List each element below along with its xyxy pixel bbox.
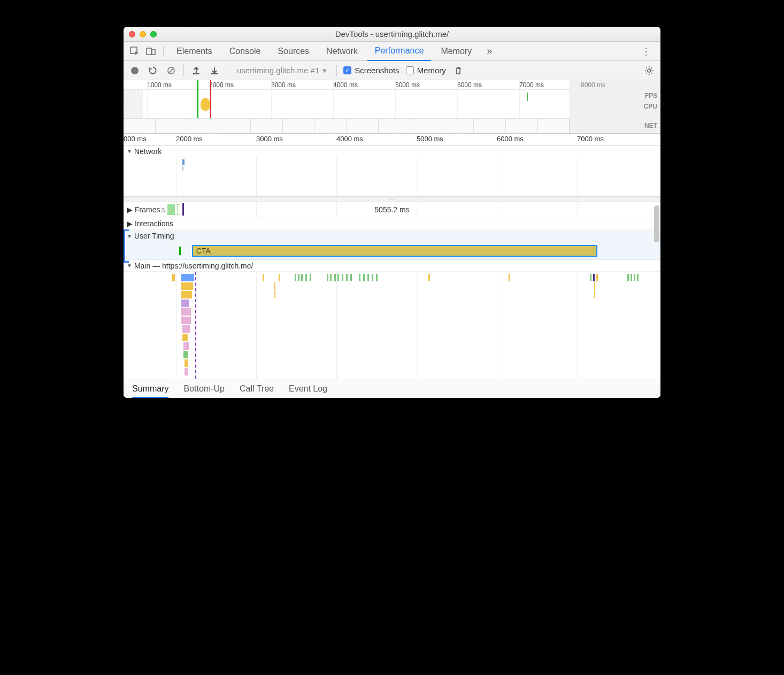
more-tabs-button[interactable]: » xyxy=(481,45,497,57)
flame-event[interactable] xyxy=(182,334,188,341)
flame-event[interactable] xyxy=(367,274,369,281)
tab-network[interactable]: Network xyxy=(319,42,365,61)
record-button[interactable] xyxy=(129,65,141,76)
flame-event[interactable] xyxy=(279,274,280,281)
memory-checkbox[interactable]: Memory xyxy=(406,66,446,75)
flame-event[interactable] xyxy=(337,274,339,281)
devtools-menu-icon[interactable]: ⋮ xyxy=(636,45,656,57)
flame-event[interactable] xyxy=(181,282,193,290)
device-toolbar-icon[interactable] xyxy=(144,44,158,58)
flame-event[interactable] xyxy=(263,274,264,281)
inspect-element-icon[interactable] xyxy=(128,44,142,58)
film-thumb[interactable] xyxy=(378,118,411,133)
flame-event[interactable] xyxy=(298,274,299,281)
flame-event[interactable] xyxy=(295,274,296,281)
flame-event[interactable] xyxy=(305,274,307,281)
flame-event[interactable] xyxy=(181,300,189,307)
main-thread-flamegraph[interactable] xyxy=(124,272,660,379)
film-thumb[interactable] xyxy=(346,118,379,133)
interactions-track[interactable]: ▶ Interactions xyxy=(124,217,660,230)
tab-performance[interactable]: Performance xyxy=(367,42,432,61)
film-thumb[interactable] xyxy=(314,118,347,133)
network-track-header[interactable]: ▼ Network xyxy=(124,145,660,157)
flame-event[interactable] xyxy=(428,274,430,281)
film-thumb[interactable] xyxy=(410,118,442,133)
flame-event[interactable] xyxy=(637,274,639,281)
film-thumb[interactable] xyxy=(505,118,538,133)
flame-event[interactable] xyxy=(181,274,194,281)
network-request-bar[interactable] xyxy=(182,166,183,171)
flame-event[interactable] xyxy=(183,342,189,350)
flame-event[interactable] xyxy=(596,274,598,281)
save-profile-button[interactable] xyxy=(209,65,220,76)
film-thumb[interactable] xyxy=(473,118,506,133)
flame-event[interactable] xyxy=(631,274,632,281)
tab-summary[interactable]: Summary xyxy=(132,379,168,398)
flame-event[interactable] xyxy=(593,274,595,281)
capture-settings-button[interactable] xyxy=(643,65,655,76)
tab-bottom-up[interactable]: Bottom-Up xyxy=(183,379,224,398)
flame-event[interactable] xyxy=(634,274,635,281)
clear-button[interactable] xyxy=(165,65,177,76)
flame-event[interactable] xyxy=(183,351,188,358)
flame-event[interactable] xyxy=(594,291,595,298)
flame-event[interactable] xyxy=(590,274,591,281)
flame-event[interactable] xyxy=(327,274,328,281)
user-timing-cta-bar[interactable]: CTA xyxy=(192,245,597,257)
film-thumb[interactable] xyxy=(124,118,156,133)
flame-event[interactable] xyxy=(274,282,275,290)
tab-sources[interactable]: Sources xyxy=(270,42,317,61)
film-thumb[interactable] xyxy=(282,118,315,133)
flame-event[interactable] xyxy=(310,274,311,281)
frame-bar[interactable] xyxy=(177,204,180,215)
reload-record-button[interactable] xyxy=(147,65,159,76)
frames-track[interactable]: ▶ Framess 5055.2 ms xyxy=(124,202,660,217)
flame-event[interactable] xyxy=(350,274,352,281)
film-thumb[interactable] xyxy=(155,118,188,133)
main-ruler[interactable]: 000 ms 2000 ms 3000 ms 4000 ms 5000 ms 6… xyxy=(124,134,660,145)
user-timing-track[interactable]: CTA xyxy=(124,242,660,260)
network-request-bar[interactable] xyxy=(182,159,185,165)
flame-event[interactable] xyxy=(334,274,336,281)
user-timing-header[interactable]: ▼ User Timing xyxy=(124,230,660,242)
flame-event[interactable] xyxy=(274,291,275,298)
screenshots-checkbox[interactable]: ✓ Screenshots xyxy=(343,66,399,75)
flame-event[interactable] xyxy=(342,274,343,281)
flame-event[interactable] xyxy=(181,308,191,316)
pane-splitter[interactable]: ⋯ xyxy=(124,197,660,202)
tab-console[interactable]: Console xyxy=(222,42,268,61)
tab-event-log[interactable]: Event Log xyxy=(289,379,327,398)
flame-event[interactable] xyxy=(172,274,175,281)
film-thumb[interactable] xyxy=(219,118,251,133)
timeline-overview[interactable]: 1000 ms 2000 ms 3000 ms 4000 ms 5000 ms … xyxy=(124,80,660,134)
flame-event[interactable] xyxy=(346,274,348,281)
flame-event[interactable] xyxy=(363,274,365,281)
flame-event[interactable] xyxy=(376,274,378,281)
flame-event[interactable] xyxy=(594,282,595,290)
flame-event[interactable] xyxy=(182,325,190,333)
screenshot-filmstrip[interactable] xyxy=(124,118,570,133)
flame-event[interactable] xyxy=(185,359,188,367)
recording-select[interactable]: usertiming.glitch.me #1 ▾ xyxy=(234,66,330,75)
flame-event[interactable] xyxy=(301,274,303,281)
collect-garbage-button[interactable] xyxy=(452,65,464,76)
flame-event[interactable] xyxy=(330,274,332,281)
flame-event[interactable] xyxy=(181,317,191,324)
film-thumb[interactable] xyxy=(187,118,219,133)
network-track-body[interactable] xyxy=(124,157,660,197)
flame-event[interactable] xyxy=(181,291,192,298)
load-profile-button[interactable] xyxy=(190,65,202,76)
flame-event[interactable] xyxy=(627,274,629,281)
flame-event[interactable] xyxy=(185,368,188,375)
flame-event[interactable] xyxy=(359,274,360,281)
film-thumb[interactable] xyxy=(537,118,570,133)
flame-event[interactable] xyxy=(372,274,373,281)
film-thumb[interactable] xyxy=(442,118,474,133)
tab-memory[interactable]: Memory xyxy=(433,42,479,61)
flame-event[interactable] xyxy=(509,274,510,281)
main-thread-header[interactable]: ▼ Main — https://usertiming.glitch.me/ xyxy=(124,260,660,272)
frame-bar[interactable] xyxy=(167,204,175,215)
tab-elements[interactable]: Elements xyxy=(169,42,220,61)
timing-mark[interactable] xyxy=(179,247,181,255)
film-thumb[interactable] xyxy=(250,118,283,133)
